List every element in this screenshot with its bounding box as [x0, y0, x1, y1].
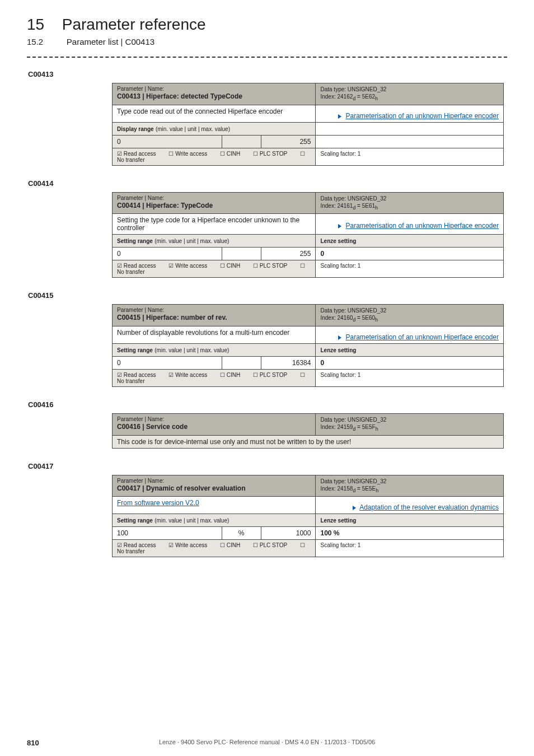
range-min: 0 [113, 248, 222, 260]
param-header-cell: Parameter | Name: C00413 | Hiperface: de… [113, 83, 316, 105]
param-code-heading: C00414 [27, 179, 507, 188]
param-table-c00417: Parameter | Name: C00417 | Dynamic of re… [112, 475, 504, 558]
table-row: 100 % 1000 100 % [113, 527, 504, 540]
param-description: Setting the type code for a Hiperface en… [113, 214, 316, 235]
table-row: 0 255 0 [113, 248, 504, 260]
lenze-value: 100 % [316, 527, 504, 540]
table-row: Setting the type code for a Hiperface en… [113, 214, 504, 220]
param-description-link[interactable]: Parameterisation of an unknown Hiperface… [346, 222, 499, 230]
lenze-setting-header: Lenze setting [316, 235, 504, 248]
scaling-cell: Scaling factor: 1 [316, 148, 504, 165]
table-row: ☑ Read access ☑ Write access ☐ CINH ☐ PL… [113, 260, 504, 278]
access-flags: ☑ Read access ☑ Write access ☐ CINH ☐ PL… [113, 540, 316, 557]
software-version-link[interactable]: From software version V2.0 [117, 499, 199, 507]
access-flags: ☑ Read access ☑ Write access ☐ CINH ☐ PL… [113, 370, 316, 387]
triangle-icon [338, 114, 341, 119]
index-label: Index: [320, 94, 335, 100]
table-row: 0 16384 0 [113, 357, 504, 370]
table-row: 0 255 [113, 135, 504, 148]
param-link-cell: Parameterisation of an unknown Hiperface… [316, 220, 504, 235]
setting-range-header: Setting range (min. value | unit | max. … [113, 344, 316, 357]
param-link-cell: Parameterisation of an unknown Hiperface… [316, 331, 504, 344]
param-code-heading: C00413 [27, 70, 507, 78]
range-max: 16384 [261, 357, 316, 370]
range-min: 0 [113, 135, 222, 148]
param-code-heading: C00415 [27, 291, 507, 300]
table-row: Parameter | Name: C00414 | Hiperface: Ty… [113, 192, 504, 214]
table-row: Parameter | Name: C00417 | Dynamic of re… [113, 475, 504, 497]
table-row: ☑ Read access ☐ Write access ☐ CINH ☐ PL… [113, 148, 504, 165]
param-header-cell: Parameter | Name: C00414 | Hiperface: Ty… [113, 192, 316, 214]
lenze-setting-header: Lenze setting [316, 514, 504, 527]
setting-range-header: Setting range (min. value | unit | max. … [113, 235, 316, 248]
range-suffix: (min. value | unit | max. value) [156, 126, 230, 132]
range-unit [222, 248, 261, 260]
param-description: Type code read out of the connected Hipe… [113, 105, 316, 122]
range-unit [222, 135, 261, 148]
range-kind-label: Display range [117, 126, 154, 132]
scaling-cell: Scaling factor: 1 [316, 540, 504, 557]
section-number: 15.2 [27, 37, 43, 46]
access-flags: ☑ Read access ☐ Write access ☐ CINH ☐ PL… [113, 148, 316, 165]
triangle-icon [353, 506, 356, 510]
param-header-cell: Parameter | Name: C00417 | Dynamic of re… [113, 475, 316, 497]
setting-range-header: Setting range (min. value | unit | max. … [113, 514, 316, 527]
access-flags: ☑ Read access ☑ Write access ☐ CINH ☐ PL… [113, 260, 316, 278]
table-row: Parameter | Name: C00415 | Hiperface: nu… [113, 305, 504, 326]
param-datatype-cell: Data type: UNSIGNED_32 Index: 24161d = 5… [316, 192, 504, 214]
page-footer: 810 Lenze · 9400 Servo PLC· Reference ma… [27, 739, 507, 747]
param-link-cell: Adaptation of the resolver evaluation dy… [316, 501, 504, 514]
param-datatype-cell: Data type: UNSIGNED_32 Index: 24159d = 5… [316, 414, 504, 436]
range-unit: % [222, 527, 261, 540]
data-type-label: Data type: [320, 86, 346, 92]
triangle-icon [338, 224, 341, 228]
param-table-c00414: Parameter | Name: C00414 | Hiperface: Ty… [112, 192, 504, 278]
data-type-value: UNSIGNED_32 [348, 86, 386, 92]
publisher-line: Lenze · 9400 Servo PLC· Reference manual… [27, 739, 507, 745]
param-table-c00416: Parameter | Name: C00416 | Service code … [112, 413, 504, 449]
param-datatype-cell: Data type: UNSIGNED_32 Index: 24158d = 5… [316, 475, 504, 497]
important-note: This code is for device-internal use onl… [113, 435, 504, 448]
param-description-link[interactable]: Parameterisation of an unknown Hiperface… [346, 333, 499, 341]
param-description-link[interactable]: Parameterisation of an unknown Hiperface… [346, 112, 499, 120]
triangle-icon [338, 335, 341, 340]
range-max: 255 [261, 135, 316, 148]
table-row: Type code read out of the connected Hipe… [113, 105, 504, 110]
table-row: ☑ Read access ☑ Write access ☐ CINH ☐ PL… [113, 370, 504, 387]
param-title: C00414 | Hiperface: TypeCode [117, 202, 311, 209]
page-root: 15 Parameter reference 15.2 Parameter li… [0, 0, 534, 756]
table-row: Setting range (min. value | unit | max. … [113, 235, 504, 248]
table-row: Display range (min. value | unit | max. … [113, 122, 504, 135]
lenze-setting-header: Lenze setting [316, 344, 504, 357]
param-code-heading: C00416 [27, 400, 507, 409]
index-dec: 24162 [338, 94, 353, 100]
range-max: 1000 [261, 527, 316, 540]
table-row: Parameter | Name: C00416 | Service code … [113, 414, 504, 436]
param-title: C00416 | Service code [117, 423, 311, 431]
param-title: C00415 | Hiperface: number of rev. [117, 314, 311, 321]
param-header-cell: Parameter | Name: C00415 | Hiperface: nu… [113, 305, 316, 326]
param-table-c00415: Parameter | Name: C00415 | Hiperface: nu… [112, 304, 504, 387]
parameter-name-label: Parameter | Name: [117, 86, 311, 92]
param-code-heading: C00417 [27, 462, 507, 470]
param-description: Number of displayable revolutions for a … [113, 326, 316, 344]
section-title: Parameter list | C00413 [67, 37, 154, 46]
param-link-cell: Parameterisation of an unknown Hiperface… [316, 110, 504, 123]
page-header: 15 Parameter reference 15.2 Parameter li… [27, 16, 507, 46]
param-table-c00413: Parameter | Name: C00413 | Hiperface: de… [112, 83, 504, 166]
lenze-value: 0 [316, 248, 504, 260]
divider [27, 57, 507, 58]
param-header-cell: Parameter | Name: C00416 | Service code [113, 414, 316, 436]
chapter-title: Parameter reference [62, 16, 206, 34]
param-description-link[interactable]: Adaptation of the resolver evaluation dy… [359, 503, 499, 511]
param-datatype-cell: Data type: UNSIGNED_32 Index: 24162d = 5… [316, 83, 504, 105]
table-row: Setting range (min. value | unit | max. … [113, 514, 504, 527]
range-unit [222, 357, 261, 370]
index-hex: 5E62 [362, 94, 375, 100]
table-row: Setting range (min. value | unit | max. … [113, 344, 504, 357]
range-min: 100 [113, 527, 222, 540]
scaling-cell: Scaling factor: 1 [316, 370, 504, 387]
param-description: From software version V2.0 [113, 497, 316, 514]
range-min: 0 [113, 357, 222, 370]
table-row: Number of displayable revolutions for a … [113, 326, 504, 332]
